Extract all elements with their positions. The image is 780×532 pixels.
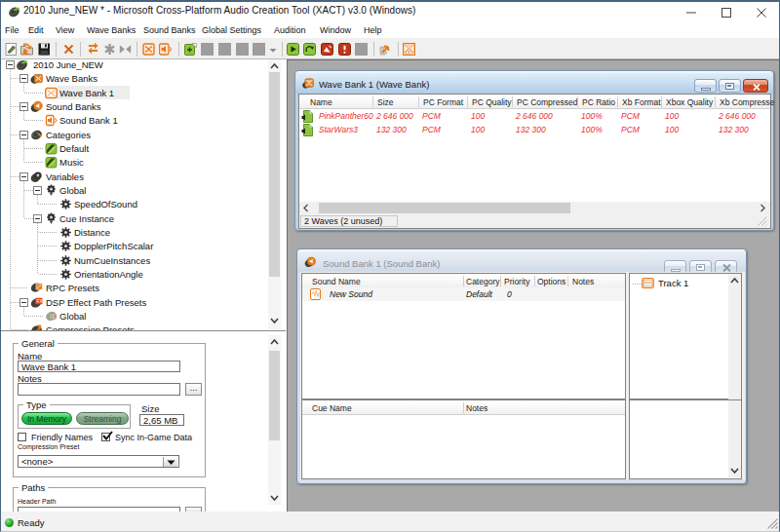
svg-text:FX: FX (37, 298, 44, 304)
svg-text:FX: FX (51, 315, 57, 320)
